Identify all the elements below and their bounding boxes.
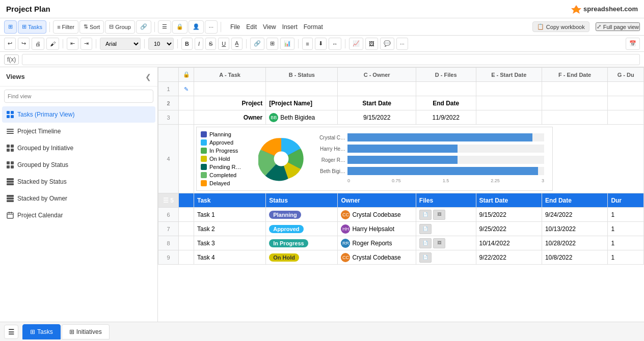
col-header-startdate[interactable]: E - Start Date [476,68,542,82]
table-btn[interactable]: ⊞ [266,38,278,50]
sidebar-item-stacked-status[interactable]: Stacked by Status [2,174,155,190]
person-btn[interactable]: 👤 [189,20,204,34]
sidebar-item-tasks[interactable]: Tasks (Primary View) [2,106,155,123]
print-btn[interactable]: 🖨 [32,38,44,50]
row1-start[interactable] [476,82,542,96]
indent-btn[interactable]: ⇥ [81,38,92,50]
status-badge-onhold[interactable]: On Hold [269,253,299,262]
calendar-btn[interactable]: 📅 [626,38,640,50]
sidebar-collapse-btn[interactable]: ❮ [145,73,151,81]
row2-dur[interactable] [608,96,644,110]
hamburger-btn[interactable]: ☰ [4,325,18,339]
row2-status[interactable]: [Project Name] [266,96,338,110]
sort-btn[interactable]: ⇅ Sort [79,20,104,34]
header-startdate-col[interactable]: Start Date [476,193,542,208]
row7-dur[interactable]: 1 [608,222,644,236]
more-format-btn[interactable]: ··· [396,38,408,50]
row7-owner[interactable]: HH Harry Helpsalot [338,222,416,236]
row3-status[interactable]: BB Beth Bigidea [266,110,338,125]
row1-status[interactable] [266,82,338,96]
row3-owner[interactable]: 9/15/2022 [338,110,416,125]
row3-end[interactable] [542,110,607,125]
align-btn2[interactable]: ⬇ [315,38,327,50]
list-view-btn[interactable]: ☰ [158,20,171,34]
format-paint-btn[interactable]: 🖌 [46,38,59,50]
row6-status[interactable]: Planning [266,208,338,222]
header-dur-col[interactable]: Dur [608,193,644,208]
sidebar-item-grouped-initiative[interactable]: Grouped by Initiative [2,140,155,156]
sidebar-item-stacked-owner[interactable]: Stacked by Owner [2,190,155,207]
row6-start[interactable]: 9/15/2022 [476,208,542,222]
sidebar-search-input[interactable] [4,90,153,103]
font-color-btn[interactable]: A̲ [231,38,243,50]
tab-initiatives[interactable]: ⊞ Initiatives [62,324,110,339]
row8-dur[interactable]: 1 [608,236,644,250]
copy-workbook-btn[interactable]: 📋 Copy workbook [532,21,589,32]
underline-btn[interactable]: U [218,38,229,50]
row8-owner[interactable]: RR Roger Reports [338,236,416,250]
font-select[interactable]: Arial [100,38,141,50]
row6-files[interactable]: 📄 🖼 [416,208,476,222]
row6-owner[interactable]: CC Crystal Codebase [338,208,416,222]
row9-owner[interactable]: CC Crystal Codebase [338,250,416,265]
menu-insert[interactable]: Insert [282,23,298,31]
row7-status[interactable]: Approved [266,222,338,236]
col-header-dur[interactable]: G - Du [608,68,644,82]
row3-start[interactable] [476,110,542,125]
share-btn[interactable]: 🔗 [136,20,151,34]
col-header-a[interactable]: 🔒 [179,68,194,82]
row2-owner[interactable]: Start Date [338,96,416,110]
col-header-owner[interactable]: C - Owner [338,68,416,82]
row9-files[interactable]: 📄 [416,250,476,265]
font-size-select[interactable]: 10 [148,38,174,50]
row8-end[interactable]: 10/28/2022 [542,236,607,250]
lock-btn[interactable]: 🔒 [172,20,187,34]
align-left-btn[interactable]: ≡ [302,38,312,50]
col-header-enddate[interactable]: F - End Date [542,68,607,82]
row7-files[interactable]: 📄 [416,222,476,236]
col-header-status[interactable]: B - Status [266,68,338,82]
row7-start[interactable]: 9/25/2022 [476,222,542,236]
image-btn[interactable]: 🖼 [365,38,378,50]
bold-btn[interactable]: B [181,38,193,50]
more-btn[interactable]: ··· [205,20,218,34]
row6-task[interactable]: Task 1 [194,208,266,222]
row6-end[interactable]: 9/24/2022 [542,208,607,222]
row9-status[interactable]: On Hold [266,250,338,265]
align-btn3[interactable]: ↔ [329,38,341,50]
formula-input[interactable] [22,54,640,65]
status-badge-approved[interactable]: Approved [269,225,303,233]
header-owner-col[interactable]: Owner [338,193,416,208]
status-badge-inprogress[interactable]: In Progress [269,239,308,247]
sidebar-item-grouped-status[interactable]: Grouped by Status [2,157,155,173]
header-enddate-col[interactable]: End Date [542,193,607,208]
strikethrough-btn[interactable]: S [205,38,216,50]
italic-btn[interactable]: I [195,38,203,50]
group-btn[interactable]: ⊟ Group [105,20,135,34]
row1-files[interactable] [416,82,476,96]
link-btn[interactable]: 🔗 [250,38,264,50]
row9-end[interactable]: 10/8/2022 [542,250,607,265]
menu-file[interactable]: File [230,23,240,31]
sidebar-item-project-timeline[interactable]: Project Timeline [2,123,155,139]
row1-dur[interactable] [608,82,644,96]
header-files-col[interactable]: Files [416,193,476,208]
row7-end[interactable]: 10/13/2022 [542,222,607,236]
col-header-files[interactable]: D - Files [416,68,476,82]
row2-files[interactable]: End Date [416,96,476,110]
row9-start[interactable]: 9/22/2022 [476,250,542,265]
redo-btn[interactable]: ↪ [18,38,30,50]
row9-dur[interactable]: 1 [608,250,644,265]
tab-tasks[interactable]: ⊞ Tasks [22,324,61,339]
row8-status[interactable]: In Progress [266,236,338,250]
bar-chart-btn[interactable]: 📈 [349,38,363,50]
menu-view[interactable]: View [263,23,276,31]
row2-start[interactable] [476,96,542,110]
menu-format[interactable]: Format [304,23,323,31]
header-status-col[interactable]: Status [266,193,338,208]
row1-end[interactable] [542,82,607,96]
row2-task[interactable]: Project [194,96,266,110]
sidebar-item-project-calendar[interactable]: Project Calendar [2,207,155,223]
row8-task[interactable]: Task 3 [194,236,266,250]
outdent-btn[interactable]: ⇤ [67,38,78,50]
